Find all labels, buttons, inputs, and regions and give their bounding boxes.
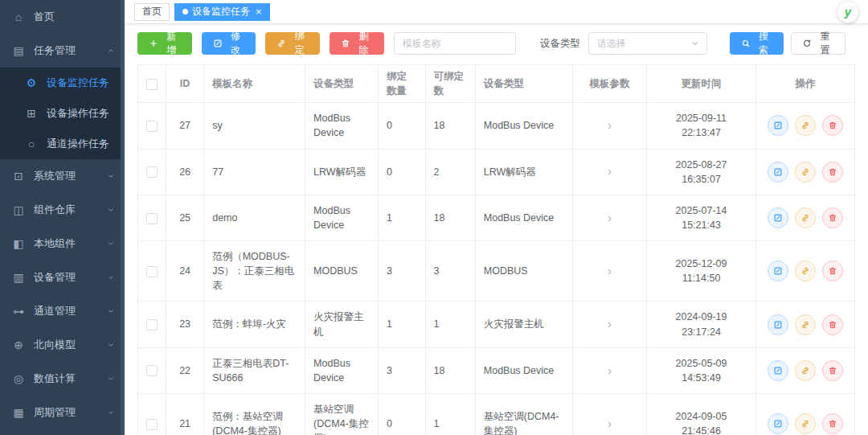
chevron-up-icon xyxy=(107,47,115,55)
close-icon[interactable]: × xyxy=(256,6,262,17)
expand-params-icon[interactable]: › xyxy=(608,364,612,377)
sidebar-submenu: ⚙设备监控任务⊞设备操作任务○通道操作任务 xyxy=(0,68,125,159)
component-warehouse-icon: ◫ xyxy=(12,204,25,215)
row-delete-button[interactable] xyxy=(822,162,843,183)
sidebar-item-channel-operate-task[interactable]: ○通道操作任务 xyxy=(0,129,125,159)
add-button[interactable]: 新增 xyxy=(137,32,192,55)
row-checkbox[interactable] xyxy=(146,319,158,330)
sidebar-item-label: 本地组件 xyxy=(34,236,76,251)
sidebar-item-label: 首页 xyxy=(34,10,55,24)
row-edit-button[interactable] xyxy=(768,261,788,281)
expand-params-icon[interactable]: › xyxy=(608,318,612,330)
cell-device-type: 基站空调(DCM4-集控器) xyxy=(305,393,379,435)
sidebar-item-component-warehouse[interactable]: ◫组件仓库 xyxy=(0,193,125,227)
row-bind-button[interactable] xyxy=(795,413,816,434)
sidebar-item-task-mgmt[interactable]: ▤任务管理 xyxy=(0,34,125,68)
table-row: 21范例：基站空调(DCM4-集控器)基站空调(DCM4-集控器)01基站空调(… xyxy=(138,393,855,435)
expand-params-icon[interactable]: › xyxy=(608,165,612,178)
expand-params-icon[interactable]: › xyxy=(608,265,612,277)
chevron-down-icon xyxy=(107,206,115,214)
reset-button[interactable]: 重置 xyxy=(791,32,845,55)
sidebar-item-device-mgmt[interactable]: ▥设备管理 xyxy=(0,261,125,294)
sidebar-item-system-mgmt[interactable]: ⊡系统管理 xyxy=(0,159,125,193)
row-checkbox[interactable] xyxy=(146,166,158,178)
cell-bindable-count: 18 xyxy=(425,347,475,393)
table-row: 22正泰三相电表DT-SU666ModBus Device318ModBus D… xyxy=(138,347,855,393)
channel-operate-task-icon: ○ xyxy=(25,138,38,150)
device-type-select[interactable]: 请选择 xyxy=(588,32,707,55)
local-component-icon: ◧ xyxy=(12,238,25,249)
cell-template-name: demo xyxy=(204,195,305,240)
sidebar-item-device-operate-task[interactable]: ⊞设备操作任务 xyxy=(0,98,125,129)
row-edit-button[interactable] xyxy=(768,115,788,136)
row-checkbox[interactable] xyxy=(146,365,158,376)
row-bind-button[interactable] xyxy=(795,360,816,381)
cell-device-type: ModBus Device xyxy=(305,195,379,240)
delete-button[interactable]: 删除 xyxy=(330,32,384,55)
tab-device-monitor-task[interactable]: 设备监控任务× xyxy=(174,3,270,21)
row-bind-button[interactable] xyxy=(795,314,816,335)
bind-button-label: 绑定 xyxy=(290,30,309,57)
row-edit-button[interactable] xyxy=(768,360,788,381)
row-bind-button[interactable] xyxy=(795,115,816,136)
device-monitor-task-icon: ⚙ xyxy=(25,77,38,88)
select-all-checkbox[interactable] xyxy=(146,79,158,90)
sidebar-scrollbar[interactable] xyxy=(121,0,125,435)
search-button[interactable]: 搜索 xyxy=(730,32,784,55)
template-name-input[interactable] xyxy=(394,32,516,55)
row-edit-button[interactable] xyxy=(768,413,788,434)
row-delete-button[interactable] xyxy=(822,314,843,335)
edit-button[interactable]: 修改 xyxy=(202,32,256,55)
row-delete-button[interactable] xyxy=(822,261,843,281)
avatar[interactable]: y xyxy=(837,2,858,23)
row-edit-button[interactable] xyxy=(768,207,788,228)
cell-template-name: 范例：基站空调(DCM4-集控器) xyxy=(204,393,305,435)
row-checkbox[interactable] xyxy=(146,419,158,430)
column-header: 设备类型 xyxy=(475,65,572,103)
row-delete-button[interactable] xyxy=(822,115,843,136)
sidebar-item-numeric-calc[interactable]: ◎数值计算 xyxy=(0,362,125,396)
row-bind-button[interactable] xyxy=(795,207,816,228)
cell-id: 26 xyxy=(166,149,204,195)
chevron-down-icon xyxy=(107,273,115,281)
cell-template-name: 77 xyxy=(204,149,305,195)
search-icon xyxy=(741,39,751,48)
sidebar-item-label: 系统管理 xyxy=(34,169,76,183)
column-header: 绑定数量 xyxy=(379,65,425,103)
row-checkbox[interactable] xyxy=(146,121,158,132)
bind-button[interactable]: 绑定 xyxy=(265,32,320,55)
sidebar-item-label: 周期管理 xyxy=(34,405,76,420)
table-row: 25demoModBus Device118ModBus Device›2025… xyxy=(138,195,855,240)
cell-id: 27 xyxy=(166,103,204,149)
expand-params-icon[interactable]: › xyxy=(608,119,612,132)
row-bind-button[interactable] xyxy=(795,162,816,183)
sidebar-item-period-mgmt[interactable]: ▦周期管理 xyxy=(0,396,125,429)
tab-active-dot xyxy=(182,9,188,14)
cell-device-type-2: 火灾报警主机 xyxy=(475,302,572,347)
expand-params-icon[interactable]: › xyxy=(608,417,612,430)
column-header: 更新时间 xyxy=(647,65,756,103)
row-delete-button[interactable] xyxy=(822,413,843,434)
column-header: ID xyxy=(166,65,204,103)
app-window: ⌂首页▤任务管理⚙设备监控任务⊞设备操作任务○通道操作任务⊡系统管理◫组件仓库◧… xyxy=(0,0,868,435)
cell-updated-time: 2024-09-05 21:45:46 xyxy=(647,393,756,435)
sidebar-item-label: 设备操作任务 xyxy=(47,106,109,121)
sidebar-item-label: 数值计算 xyxy=(34,371,76,386)
expand-params-icon[interactable]: › xyxy=(608,211,612,224)
sidebar-item-local-component[interactable]: ◧本地组件 xyxy=(0,227,125,261)
row-delete-button[interactable] xyxy=(822,207,843,228)
sidebar-item-northbound-model[interactable]: ⊕北向模型 xyxy=(0,328,125,362)
row-bind-button[interactable] xyxy=(795,261,816,281)
row-edit-button[interactable] xyxy=(768,162,788,183)
cell-updated-time: 2024-09-19 23:17:24 xyxy=(647,302,756,347)
sidebar-item-label: 北向模型 xyxy=(34,338,76,352)
row-checkbox[interactable] xyxy=(146,266,158,277)
row-checkbox[interactable] xyxy=(146,213,158,224)
cell-id: 21 xyxy=(166,393,204,435)
sidebar-item-device-monitor-task[interactable]: ⚙设备监控任务 xyxy=(0,68,125,98)
row-delete-button[interactable] xyxy=(822,360,843,381)
sidebar-item-home[interactable]: ⌂首页 xyxy=(0,0,125,34)
row-edit-button[interactable] xyxy=(768,314,788,335)
tab-home[interactable]: 首页 xyxy=(134,3,170,21)
sidebar-item-channel-mgmt[interactable]: ⊶通道管理 xyxy=(0,294,125,328)
